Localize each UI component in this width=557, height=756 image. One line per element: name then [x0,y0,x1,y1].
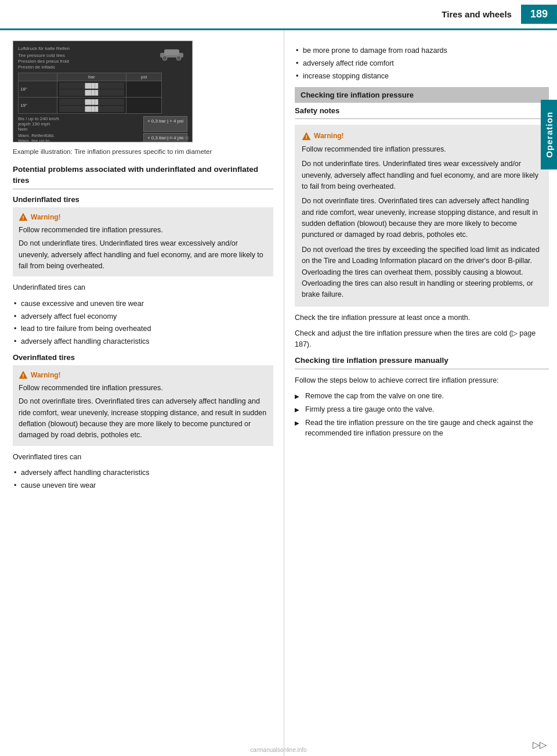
underinflated-intro: Underinflated tires can [13,282,273,293]
checking-section-header: Checking tire inflation pressure [295,87,549,103]
manually-steps: Remove the cap from the valve on one tir… [295,391,549,439]
left-column: Luftdruck für kalte Reifen Tire pressure… [0,30,284,756]
list-item: Remove the cap from the valve on one tir… [295,391,549,402]
overinflated-warning-title: ! Warning! [19,370,267,380]
watermark: carmanualsonline.info [250,747,306,753]
list-item: adversely affect handling characteristic… [13,336,273,347]
safety-notes-heading: Safety notes [295,106,549,115]
main-content: Luftdruck für kalte Reifen Tire pressure… [0,30,557,756]
warning-icon-1: ! [19,213,28,222]
overinflated-warning-line1: Follow recommended tire inflation pressu… [19,383,267,394]
page-nav: ▷▷ [533,739,547,750]
page-number: 189 [521,5,557,24]
list-item: cause uneven tire wear [13,480,273,491]
right-overinflated-bullets: be more prone to damage from road hazard… [295,45,549,81]
section-divider-3 [295,369,549,369]
underinflated-heading: Underinflated tires [13,195,273,204]
list-item: adversely affect ride comfort [295,58,549,69]
overinflated-warning-para: Do not overinflate tires. Overinflated t… [19,396,267,441]
right-warning-para3: Do not overinflate tires. Overinflated t… [302,196,542,241]
underinflated-warning-para: Do not underinflate tires. Underinflated… [19,238,267,272]
underinflated-bullets: cause excessive and uneven tire wear adv… [13,298,273,347]
check-cold: Check and adjust the tire inflation pres… [295,328,549,351]
side-tab-operation: Operation [541,100,557,170]
svg-text:!: ! [306,134,308,140]
svg-text:!: ! [23,373,24,379]
list-item: cause excessive and uneven tire wear [13,298,273,309]
overinflated-intro: Overinflated tires can [13,452,273,463]
section-divider-1 [13,189,273,189]
svg-point-2 [162,56,167,60]
page-header: Tires and wheels 189 [0,0,557,30]
svg-text:!: ! [23,215,24,221]
right-warning-title: ! Warning! [302,131,542,142]
list-item: adversely affect handling characteristic… [13,467,273,478]
svg-rect-1 [164,49,179,55]
list-item: adversely affect fuel economy [13,311,273,322]
right-warning-para1: Follow recommended tire inflation pressu… [302,144,542,155]
underinflated-warning-box: ! Warning! Follow recommended tire infla… [13,207,273,277]
illustration-box: Luftdruck für kalte Reifen Tire pressure… [13,41,193,142]
potential-problems-heading: Potential problems associated with under… [13,164,273,186]
list-item: be more prone to damage from road hazard… [295,45,549,56]
check-monthly: Check the tire inflation pressure at lea… [295,312,549,323]
header-title: Tires and wheels [0,9,521,19]
overinflated-bullets: adversely affect handling characteristic… [13,467,273,491]
right-warning-para4: Do not overload the tires by exceeding t… [302,244,542,301]
warning-icon-2: ! [19,370,28,380]
svg-point-3 [176,56,181,60]
underinflated-warning-line1: Follow recommended tire inflation pressu… [19,225,267,236]
overinflated-heading: Overinflated tires [13,353,273,362]
manually-intro: Follow the steps below to achieve correc… [295,375,549,386]
overinflated-warning-box: ! Warning! Follow recommended tire infla… [13,365,273,446]
underinflated-warning-title: ! Warning! [19,212,267,222]
right-warning-para2: Do not underinflate tires. Underinflated… [302,159,542,192]
list-item: Read the tire inflation pressure on the … [295,417,549,440]
manually-heading: Checking tire inflation pressure manuall… [295,355,549,366]
right-column: be more prone to damage from road hazard… [284,30,557,756]
illustration-caption: Example illustration: Tire inflation pre… [13,147,273,156]
list-item: increase stopping distance [295,71,549,82]
list-item: Firmly press a tire gauge onto the valve… [295,404,549,415]
warning-icon-3: ! [302,132,311,141]
right-warning-box: ! Warning! Follow recommended tire infla… [295,125,549,306]
list-item: lead to tire failure from being overheat… [13,323,273,334]
section-divider-2 [295,118,549,119]
